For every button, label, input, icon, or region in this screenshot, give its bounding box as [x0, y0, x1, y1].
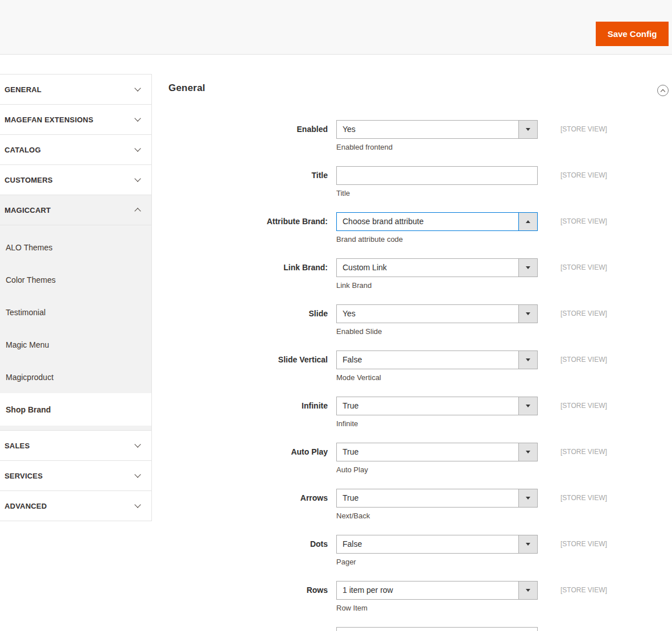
- field-note: Row Item: [336, 603, 538, 613]
- field-note: Enabled Slide: [336, 327, 538, 337]
- field-control: False: [336, 350, 538, 369]
- field-label-dots: Dots: [168, 535, 328, 554]
- form-row-auto-play: Auto PlayTrueAuto Play[STORE VIEW]: [168, 443, 672, 475]
- form-row-rows: Rows1 item per rowRow Item[STORE VIEW]: [168, 581, 672, 613]
- sidebar-item-magicproduct[interactable]: Magicproduct: [0, 361, 151, 393]
- section-header: General: [152, 71, 672, 120]
- select-value: True: [337, 489, 518, 507]
- select-value: Custom Link: [337, 259, 518, 277]
- field-label-attribute-brand: Attribute Brand:: [168, 212, 328, 231]
- sidebar-section-catalog[interactable]: CATALOG: [0, 135, 151, 165]
- sidebar-item-color-themes[interactable]: Color Themes: [0, 263, 151, 296]
- arrows-select[interactable]: True: [336, 489, 538, 508]
- select-value: False: [337, 351, 518, 369]
- title-input[interactable]: [336, 166, 538, 185]
- form-row-enabled: EnabledYesEnabled frontend[STORE VIEW]: [168, 120, 672, 152]
- dots-select[interactable]: False: [336, 535, 538, 554]
- sidebar-item-label: Magicproduct: [6, 373, 53, 382]
- link-brand-select[interactable]: Custom Link: [336, 258, 538, 277]
- form-row-attribute-brand: Attribute Brand:Choose brand attributeBr…: [168, 212, 672, 245]
- sidebar-section-services[interactable]: SERVICES: [0, 461, 151, 491]
- field-control: 1 item per row: [336, 581, 538, 600]
- sidebar-section-magiccart[interactable]: MAGICCART: [0, 195, 151, 225]
- chevron-up-circle-icon[interactable]: [657, 85, 669, 96]
- triangle-down-icon[interactable]: [518, 581, 537, 599]
- sidebar-item-shop-brand[interactable]: Shop Brand: [0, 393, 151, 426]
- triangle-down-icon[interactable]: [518, 397, 537, 415]
- save-config-button[interactable]: Save Config: [596, 22, 669, 46]
- sidebar-item-label: Color Themes: [6, 275, 56, 284]
- field-note: Brand attribute code: [336, 234, 538, 245]
- triangle-down-icon[interactable]: [518, 351, 537, 369]
- slide-select[interactable]: Yes: [336, 304, 538, 323]
- sidebar-section-magefan-extensions[interactable]: MAGEFAN EXTENSIONS: [0, 105, 151, 135]
- triangle-down-icon[interactable]: [518, 121, 537, 138]
- form-row-infinite: InfiniteTrueInfinite[STORE VIEW]: [168, 397, 672, 429]
- field-control: False: [336, 535, 538, 554]
- form-row-arrows: ArrowsTrueNext/Back[STORE VIEW]: [168, 489, 672, 521]
- slide-vertical-select[interactable]: False: [336, 350, 538, 369]
- form-row-slide: SlideYesEnabled Slide[STORE VIEW]: [168, 304, 672, 337]
- scope-label: [STORE VIEW]: [546, 397, 672, 415]
- select-value: Choose brand attribute: [337, 213, 518, 230]
- field-label-rows: Rows: [168, 581, 328, 600]
- sidebar-item-label: ALO Themes: [6, 243, 52, 252]
- sidebar-section-general[interactable]: GENERAL: [0, 75, 151, 105]
- select-value: True: [337, 397, 518, 415]
- field-label-auto-play: Auto Play: [168, 443, 328, 461]
- attribute-brand-select[interactable]: Choose brand attribute: [336, 212, 538, 231]
- field-label-arrows: Arrows: [168, 489, 328, 508]
- triangle-down-icon[interactable]: [518, 259, 537, 277]
- field-control: True: [336, 489, 538, 508]
- sidebar-item-label: Magic Menu: [6, 340, 49, 349]
- field-control: True: [336, 397, 538, 415]
- triangle-down-icon[interactable]: [518, 305, 537, 323]
- page-title: General: [168, 83, 205, 93]
- triangle-down-icon[interactable]: [518, 443, 537, 461]
- field-label-partial: [168, 627, 328, 631]
- scope-label: [STORE VIEW]: [546, 166, 672, 185]
- field-note: Title: [336, 188, 538, 199]
- chevron-down-icon: [134, 175, 141, 182]
- field-control: Yes: [336, 120, 538, 139]
- scope-label: [STORE VIEW]: [546, 535, 672, 554]
- select-value: 1 item per row: [337, 581, 518, 599]
- scope-label: [STORE VIEW]: [546, 304, 672, 323]
- auto-play-select[interactable]: True: [336, 443, 538, 461]
- sidebar-item-magic-menu[interactable]: Magic Menu: [0, 328, 151, 361]
- scope-label: [STORE VIEW]: [546, 212, 672, 231]
- scope-label: [STORE VIEW]: [546, 258, 672, 277]
- field-label-infinite: Infinite: [168, 397, 328, 415]
- chevron-down-icon: [134, 85, 141, 91]
- field-label-link-brand: Link Brand:: [168, 258, 328, 277]
- sidebar-item-alo-themes[interactable]: ALO Themes: [0, 231, 151, 263]
- chevron-down-icon: [134, 145, 141, 151]
- sidebar-section-advanced[interactable]: ADVANCED: [0, 491, 151, 521]
- sidebar-item-testimonial[interactable]: Testimonial: [0, 296, 151, 328]
- infinite-select[interactable]: True: [336, 397, 538, 415]
- scope-label: [STORE VIEW]: [546, 120, 672, 139]
- field-label-enabled: Enabled: [168, 120, 328, 139]
- sidebar-section-label: MAGICCART: [5, 206, 51, 215]
- partial-input[interactable]: [336, 627, 538, 631]
- field-label-title: Title: [168, 166, 328, 185]
- field-label-slide: Slide: [168, 304, 328, 323]
- field-note: Enabled frontend: [336, 142, 538, 152]
- main-panel: General EnabledYesEnabled frontend[STORE…: [152, 71, 672, 631]
- general-config-form: EnabledYesEnabled frontend[STORE VIEW]Ti…: [152, 120, 672, 631]
- triangle-down-icon[interactable]: [518, 489, 537, 507]
- chevron-down-icon: [134, 471, 141, 477]
- chevron-down-icon: [134, 441, 141, 447]
- scope-label: [STORE VIEW]: [546, 443, 672, 461]
- field-note: Auto Play: [336, 465, 538, 475]
- sidebar-section-customers[interactable]: CUSTOMERS: [0, 165, 151, 195]
- triangle-up-icon[interactable]: [518, 213, 537, 230]
- sidebar-section-sales[interactable]: SALES: [0, 431, 151, 461]
- field-control: [336, 627, 538, 631]
- scope-label: [STORE VIEW]: [546, 489, 672, 508]
- enabled-select[interactable]: Yes: [336, 120, 538, 139]
- scope-label: [STORE VIEW]: [546, 581, 672, 600]
- rows-select[interactable]: 1 item per row: [336, 581, 538, 600]
- triangle-down-icon[interactable]: [518, 535, 537, 553]
- field-control: Custom Link: [336, 258, 538, 277]
